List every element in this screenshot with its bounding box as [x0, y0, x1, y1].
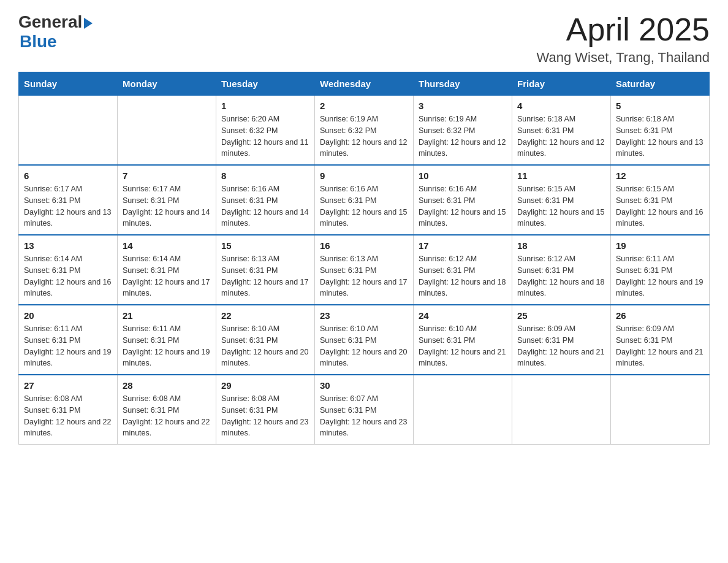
day-info: Sunrise: 6:08 AMSunset: 6:31 PMDaylight:…: [221, 393, 309, 439]
weekday-header-sunday: Sunday: [19, 72, 118, 96]
calendar-cell: 20Sunrise: 6:11 AMSunset: 6:31 PMDayligh…: [19, 305, 118, 375]
calendar-cell: 25Sunrise: 6:09 AMSunset: 6:31 PMDayligh…: [512, 305, 611, 375]
calendar-table: SundayMondayTuesdayWednesdayThursdayFrid…: [18, 72, 710, 445]
day-info: Sunrise: 6:09 AMSunset: 6:31 PMDaylight:…: [616, 323, 704, 369]
calendar-cell: 4Sunrise: 6:18 AMSunset: 6:31 PMDaylight…: [512, 96, 611, 166]
day-number: 28: [123, 380, 211, 391]
calendar-cell: 8Sunrise: 6:16 AMSunset: 6:31 PMDaylight…: [216, 165, 315, 235]
day-info: Sunrise: 6:10 AMSunset: 6:31 PMDaylight:…: [419, 323, 507, 369]
day-number: 7: [123, 170, 211, 181]
day-number: 3: [419, 101, 507, 111]
day-info: Sunrise: 6:17 AMSunset: 6:31 PMDaylight:…: [24, 183, 112, 229]
day-number: 20: [24, 310, 112, 321]
weekday-header-friday: Friday: [512, 72, 611, 96]
day-number: 17: [419, 240, 507, 251]
weekday-header-tuesday: Tuesday: [216, 72, 315, 96]
calendar-cell: 17Sunrise: 6:12 AMSunset: 6:31 PMDayligh…: [414, 235, 512, 305]
calendar-cell: 24Sunrise: 6:10 AMSunset: 6:31 PMDayligh…: [414, 305, 512, 375]
day-info: Sunrise: 6:12 AMSunset: 6:31 PMDaylight:…: [419, 253, 507, 299]
day-number: 30: [320, 380, 408, 391]
day-number: 25: [517, 310, 605, 321]
calendar-cell: [611, 375, 710, 445]
month-title: April 2025: [537, 12, 710, 47]
calendar-cell: 27Sunrise: 6:08 AMSunset: 6:31 PMDayligh…: [19, 375, 118, 445]
day-info: Sunrise: 6:18 AMSunset: 6:31 PMDaylight:…: [517, 113, 605, 159]
day-number: 27: [24, 380, 112, 391]
day-number: 4: [517, 101, 605, 111]
logo-blue-text: Blue: [18, 32, 57, 52]
title-section: April 2025 Wang Wiset, Trang, Thailand: [537, 12, 710, 66]
day-info: Sunrise: 6:14 AMSunset: 6:31 PMDaylight:…: [123, 253, 211, 299]
calendar-cell: 7Sunrise: 6:17 AMSunset: 6:31 PMDaylight…: [118, 165, 216, 235]
day-info: Sunrise: 6:11 AMSunset: 6:31 PMDaylight:…: [616, 253, 704, 299]
calendar-cell: 26Sunrise: 6:09 AMSunset: 6:31 PMDayligh…: [611, 305, 710, 375]
day-number: 14: [123, 240, 211, 251]
calendar-week-row: 1Sunrise: 6:20 AMSunset: 6:32 PMDaylight…: [19, 96, 710, 166]
day-info: Sunrise: 6:10 AMSunset: 6:31 PMDaylight:…: [320, 323, 408, 369]
day-number: 23: [320, 310, 408, 321]
calendar-header-row: SundayMondayTuesdayWednesdayThursdayFrid…: [19, 72, 710, 96]
day-number: 29: [221, 380, 309, 391]
calendar-cell: [19, 96, 118, 166]
day-info: Sunrise: 6:15 AMSunset: 6:31 PMDaylight:…: [616, 183, 704, 229]
weekday-header-wednesday: Wednesday: [315, 72, 414, 96]
location-title: Wang Wiset, Trang, Thailand: [537, 50, 710, 66]
calendar-cell: 18Sunrise: 6:12 AMSunset: 6:31 PMDayligh…: [512, 235, 611, 305]
calendar-cell: 23Sunrise: 6:10 AMSunset: 6:31 PMDayligh…: [315, 305, 414, 375]
day-info: Sunrise: 6:15 AMSunset: 6:31 PMDaylight:…: [517, 183, 605, 229]
day-number: 16: [320, 240, 408, 251]
day-number: 1: [221, 101, 309, 111]
day-number: 24: [419, 310, 507, 321]
calendar-cell: 9Sunrise: 6:16 AMSunset: 6:31 PMDaylight…: [315, 165, 414, 235]
calendar-cell: 3Sunrise: 6:19 AMSunset: 6:32 PMDaylight…: [414, 96, 512, 166]
day-info: Sunrise: 6:20 AMSunset: 6:32 PMDaylight:…: [221, 113, 309, 159]
day-info: Sunrise: 6:16 AMSunset: 6:31 PMDaylight:…: [320, 183, 408, 229]
day-number: 26: [616, 310, 704, 321]
day-info: Sunrise: 6:16 AMSunset: 6:31 PMDaylight:…: [419, 183, 507, 229]
calendar-week-row: 6Sunrise: 6:17 AMSunset: 6:31 PMDaylight…: [19, 165, 710, 235]
day-info: Sunrise: 6:19 AMSunset: 6:32 PMDaylight:…: [419, 113, 507, 159]
day-number: 12: [616, 170, 704, 181]
weekday-header-monday: Monday: [118, 72, 216, 96]
page-header: General Blue April 2025 Wang Wiset, Tran…: [18, 12, 710, 66]
day-number: 6: [24, 170, 112, 181]
day-info: Sunrise: 6:07 AMSunset: 6:31 PMDaylight:…: [320, 393, 408, 439]
day-info: Sunrise: 6:17 AMSunset: 6:31 PMDaylight:…: [123, 183, 211, 229]
day-info: Sunrise: 6:12 AMSunset: 6:31 PMDaylight:…: [517, 253, 605, 299]
day-info: Sunrise: 6:13 AMSunset: 6:31 PMDaylight:…: [320, 253, 408, 299]
day-number: 13: [24, 240, 112, 251]
day-info: Sunrise: 6:08 AMSunset: 6:31 PMDaylight:…: [123, 393, 211, 439]
logo-line1: General: [18, 12, 93, 32]
calendar-cell: 13Sunrise: 6:14 AMSunset: 6:31 PMDayligh…: [19, 235, 118, 305]
calendar-cell: 2Sunrise: 6:19 AMSunset: 6:32 PMDaylight…: [315, 96, 414, 166]
calendar-cell: 28Sunrise: 6:08 AMSunset: 6:31 PMDayligh…: [118, 375, 216, 445]
calendar-cell: 1Sunrise: 6:20 AMSunset: 6:32 PMDaylight…: [216, 96, 315, 166]
weekday-header-thursday: Thursday: [414, 72, 512, 96]
calendar-week-row: 27Sunrise: 6:08 AMSunset: 6:31 PMDayligh…: [19, 375, 710, 445]
day-number: 19: [616, 240, 704, 251]
logo-triangle-icon: [84, 18, 93, 29]
calendar-cell: 11Sunrise: 6:15 AMSunset: 6:31 PMDayligh…: [512, 165, 611, 235]
weekday-header-saturday: Saturday: [611, 72, 710, 96]
logo-blue-line: Blue: [18, 32, 93, 52]
day-number: 10: [419, 170, 507, 181]
day-number: 15: [221, 240, 309, 251]
day-info: Sunrise: 6:11 AMSunset: 6:31 PMDaylight:…: [24, 323, 112, 369]
day-number: 9: [320, 170, 408, 181]
calendar-cell: 15Sunrise: 6:13 AMSunset: 6:31 PMDayligh…: [216, 235, 315, 305]
day-number: 11: [517, 170, 605, 181]
calendar-cell: 5Sunrise: 6:18 AMSunset: 6:31 PMDaylight…: [611, 96, 710, 166]
calendar-cell: 29Sunrise: 6:08 AMSunset: 6:31 PMDayligh…: [216, 375, 315, 445]
logo: General Blue: [18, 12, 93, 52]
day-info: Sunrise: 6:09 AMSunset: 6:31 PMDaylight:…: [517, 323, 605, 369]
day-number: 22: [221, 310, 309, 321]
calendar-cell: 22Sunrise: 6:10 AMSunset: 6:31 PMDayligh…: [216, 305, 315, 375]
calendar-cell: [512, 375, 611, 445]
day-info: Sunrise: 6:14 AMSunset: 6:31 PMDaylight:…: [24, 253, 112, 299]
day-number: 2: [320, 101, 408, 111]
day-number: 21: [123, 310, 211, 321]
calendar-cell: 16Sunrise: 6:13 AMSunset: 6:31 PMDayligh…: [315, 235, 414, 305]
calendar-cell: 10Sunrise: 6:16 AMSunset: 6:31 PMDayligh…: [414, 165, 512, 235]
calendar-cell: 30Sunrise: 6:07 AMSunset: 6:31 PMDayligh…: [315, 375, 414, 445]
calendar-cell: 19Sunrise: 6:11 AMSunset: 6:31 PMDayligh…: [611, 235, 710, 305]
